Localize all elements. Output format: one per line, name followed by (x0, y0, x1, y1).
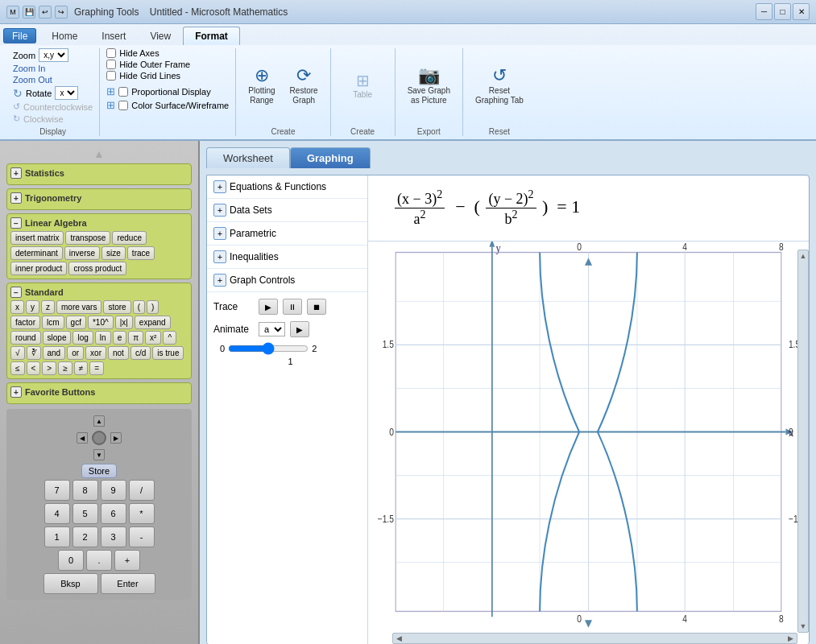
enter-button[interactable]: Enter (101, 573, 155, 594)
reset-graphing-button[interactable]: ↺ ResetGraphing Tab (470, 64, 529, 109)
num-div[interactable]: / (129, 480, 155, 501)
round-btn[interactable]: round (10, 331, 41, 345)
backspace-button[interactable]: Bksp (43, 573, 98, 594)
redo-icon[interactable]: ↪ (55, 6, 68, 19)
favorite-header[interactable]: + Favorite Buttons (10, 386, 188, 398)
save-graph-button[interactable]: 📷 Save Graphas Picture (402, 64, 456, 109)
slope-btn[interactable]: slope (43, 331, 72, 345)
zoom-select[interactable]: x,yx,zy,z (39, 48, 68, 62)
trigonometry-header[interactable]: + Trigonometry (10, 192, 188, 204)
h-scrollbar[interactable]: ◀ ▶ (392, 633, 797, 644)
parametric-item[interactable]: + Parametric (207, 222, 367, 246)
tab-home[interactable]: Home (39, 27, 89, 45)
dpad-up[interactable]: ▲ (93, 415, 105, 427)
num-plus[interactable]: + (114, 550, 140, 571)
lparen-btn[interactable]: ( (133, 300, 145, 314)
num-6[interactable]: 6 (101, 503, 126, 524)
clockwise-label[interactable]: Clockwise (23, 114, 64, 124)
zoom-in-link[interactable]: Zoom In (13, 64, 45, 73)
store-calc-btn[interactable]: store (103, 300, 130, 314)
z-btn[interactable]: z (41, 300, 55, 314)
dpad-right[interactable]: ▶ (110, 432, 122, 444)
statistics-header[interactable]: + Statistics (10, 167, 188, 179)
num-1[interactable]: 1 (44, 526, 70, 547)
num-minus[interactable]: - (129, 526, 155, 547)
tab-file[interactable]: File (3, 28, 36, 43)
cross-product-btn[interactable]: cross product (68, 262, 126, 275)
hide-axes-checkbox[interactable] (106, 48, 116, 58)
equations-functions-item[interactable]: + Equations & Functions (207, 175, 367, 199)
hide-outer-frame-checkbox[interactable] (106, 60, 116, 69)
proportional-display-checkbox[interactable] (118, 87, 128, 97)
store-button[interactable]: Store (81, 464, 117, 478)
not-btn[interactable]: not (108, 346, 129, 360)
undo-icon[interactable]: ↩ (39, 6, 52, 19)
plotting-range-button[interactable]: ⊕ PlottingRange (242, 64, 280, 109)
num-3[interactable]: 3 (101, 526, 126, 547)
cd-btn[interactable]: c/d (130, 346, 151, 360)
minimize-button[interactable]: ─ (756, 3, 773, 20)
log-btn[interactable]: log (72, 331, 93, 345)
e-btn[interactable]: e (113, 331, 127, 345)
and-btn[interactable]: and (43, 346, 66, 360)
num-4[interactable]: 4 (44, 503, 70, 524)
tab-view[interactable]: View (138, 27, 183, 45)
tab-format[interactable]: Format (183, 27, 240, 45)
gcf-btn[interactable]: gcf (66, 316, 86, 329)
color-surface-checkbox[interactable] (118, 101, 128, 110)
rotate-select[interactable]: xyz (55, 86, 78, 100)
lt-btn[interactable]: < (27, 361, 41, 375)
eq-btn[interactable]: = (89, 361, 104, 375)
hide-outer-frame-checkbox-row[interactable]: Hide Outer Frame (106, 60, 229, 69)
abs-btn[interactable]: |x| (115, 316, 133, 329)
transpose-btn[interactable]: transpose (65, 231, 110, 245)
standard-header[interactable]: − Standard (10, 287, 188, 298)
close-button[interactable]: ✕ (793, 3, 810, 20)
geq-btn[interactable]: ≥ (58, 361, 72, 375)
gt-btn[interactable]: > (42, 361, 56, 375)
inequalities-item[interactable]: + Inequalities (207, 246, 367, 269)
trace-btn[interactable]: trace (127, 246, 155, 260)
or-btn[interactable]: or (67, 346, 84, 360)
pow-btn[interactable]: ^ (163, 331, 176, 345)
color-surface-checkbox-row[interactable]: ⊞ Color Surface/Wireframe (106, 99, 229, 111)
leq-btn[interactable]: ≤ (10, 361, 25, 375)
counterclockwise-label[interactable]: Counterclockwise (23, 102, 93, 112)
x-btn[interactable]: x (10, 300, 24, 314)
hide-grid-lines-checkbox-row[interactable]: Hide Grid Lines (106, 71, 229, 80)
reduce-btn[interactable]: reduce (112, 231, 147, 245)
data-sets-item[interactable]: + Data Sets (207, 199, 367, 222)
tab-worksheet[interactable]: Worksheet (206, 147, 290, 168)
y-btn[interactable]: y (26, 300, 39, 314)
rparen-btn[interactable]: ) (147, 300, 159, 314)
pi-btn[interactable]: π (128, 331, 143, 345)
num-mul[interactable]: * (129, 503, 155, 524)
num-0[interactable]: 0 (58, 550, 84, 571)
expand-btn[interactable]: expand (135, 316, 171, 329)
animate-slider[interactable] (228, 342, 309, 355)
size-btn[interactable]: size (101, 246, 126, 260)
trace-pause-button[interactable]: ⏸ (283, 299, 302, 315)
trace-play-button[interactable]: ▶ (259, 299, 278, 315)
determinant-btn[interactable]: determinant (10, 246, 63, 260)
dpad-left[interactable]: ◀ (77, 432, 88, 444)
tab-insert[interactable]: Insert (89, 27, 138, 45)
times10-btn[interactable]: *10^ (88, 316, 114, 329)
sqrt-btn[interactable]: √ (10, 346, 25, 360)
more-vars-btn[interactable]: more vars (56, 300, 101, 314)
ln-btn[interactable]: ln (95, 331, 111, 345)
num-8[interactable]: 8 (72, 480, 98, 501)
dpad-down[interactable]: ▼ (93, 449, 105, 460)
maximize-button[interactable]: □ (774, 3, 791, 20)
num-5[interactable]: 5 (72, 503, 98, 524)
restore-graph-button[interactable]: ⟳ RestoreGraph (284, 64, 324, 109)
tab-graphing[interactable]: Graphing (290, 147, 371, 168)
num-dot[interactable]: . (86, 550, 112, 571)
num-7[interactable]: 7 (44, 480, 70, 501)
factor-btn[interactable]: factor (10, 316, 40, 329)
neq-btn[interactable]: ≠ (74, 361, 89, 375)
trace-stop-button[interactable]: ⏹ (307, 299, 326, 315)
num-2[interactable]: 2 (72, 526, 98, 547)
table-button[interactable]: ⊞ Table (345, 69, 380, 103)
animate-var-select[interactable]: ab (259, 322, 285, 336)
